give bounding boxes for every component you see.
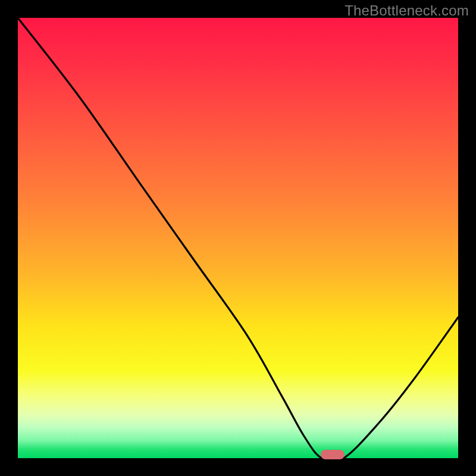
watermark-text: TheBottleneck.com — [345, 2, 469, 19]
line-plot — [18, 18, 458, 458]
optimal-marker — [321, 450, 345, 459]
plot-area — [18, 18, 458, 458]
chart-frame: TheBottleneck.com — [0, 0, 476, 476]
bottleneck-curve-path — [18, 18, 458, 462]
